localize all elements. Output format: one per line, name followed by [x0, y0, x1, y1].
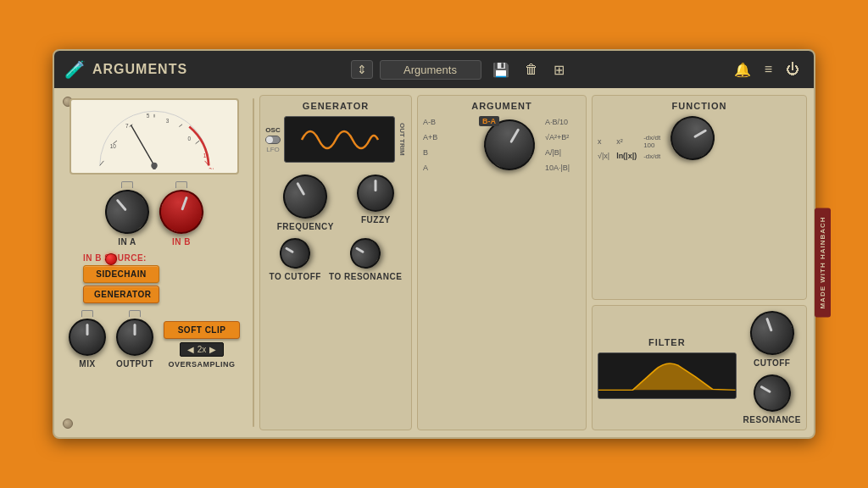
func-opt-ln[interactable]: ln(|x|): [616, 152, 637, 160]
in-b-source-label: IN B SOURCE:: [83, 253, 159, 263]
generator-knobs: FREQUENCY FUZZY: [265, 175, 406, 231]
to-resonance-knob[interactable]: [345, 232, 387, 274]
svg-text:0: 0: [187, 136, 191, 141]
svg-text:10: 10: [110, 143, 117, 149]
arg-opt-a[interactable]: A: [423, 164, 474, 172]
waveform-svg: [298, 119, 382, 161]
function-knob[interactable]: [663, 108, 723, 168]
toggle-dot: [266, 136, 273, 143]
generator-panel: GENERATOR OSC LFO: [259, 95, 412, 430]
in-a-group: IN A: [105, 181, 149, 247]
svg-line-4: [179, 125, 182, 127]
oversampling-display[interactable]: ◀ 2x ▶: [180, 342, 225, 357]
output-label: OUTPUT: [116, 359, 153, 369]
svg-line-15: [131, 125, 154, 166]
output-group: OUTPUT: [116, 310, 153, 369]
app-title: ARGUMENTS: [92, 62, 187, 77]
preset-arrows-button[interactable]: ⇕: [351, 60, 373, 79]
frequency-group: FREQUENCY: [277, 175, 334, 231]
arg-opt-apb[interactable]: A+B: [423, 133, 474, 141]
resonance-knob[interactable]: [747, 368, 798, 419]
soft-clip-button[interactable]: SOFT CLIP: [164, 321, 240, 339]
flask-icon: 🧪: [64, 59, 86, 80]
argument-knob-wrapper: [484, 119, 535, 170]
osc-label: OSC: [265, 126, 280, 134]
func-opt-x[interactable]: x: [598, 137, 609, 146]
osc-lfo-toggle[interactable]: [265, 136, 281, 144]
osc-lfo-switch[interactable]: OSC LFO: [265, 126, 281, 153]
cutoff-knob[interactable]: [743, 305, 800, 362]
source-buttons: IN B SOURCE: SIDECHAIN GENERATOR: [83, 253, 159, 303]
sidechain-button[interactable]: SIDECHAIN: [83, 265, 159, 283]
filter-knobs: CUTOFF RESONANCE: [743, 311, 801, 424]
to-cutoff-knob[interactable]: [275, 232, 316, 274]
svg-text:-15: -15: [96, 169, 104, 169]
screw-bl: [63, 419, 73, 429]
save-icon[interactable]: 💾: [488, 60, 514, 80]
delete-icon[interactable]: 🗑: [520, 60, 542, 79]
resonance-label: RESONANCE: [743, 415, 801, 424]
func-opt-sqrtx[interactable]: √|x|: [598, 152, 609, 160]
mix-knob[interactable]: [69, 319, 106, 356]
lfo-label: LFO: [266, 146, 280, 153]
oversampling-value: 2x: [198, 345, 207, 354]
in-a-knob[interactable]: [96, 180, 158, 242]
arg-opt-ab[interactable]: A-B: [423, 118, 474, 126]
vu-meter-svg: -15 10 7 5 3 0 1 3+: [82, 103, 226, 169]
svg-line-0: [100, 161, 104, 166]
soft-clip-oversampling: OUTPUT: [116, 310, 153, 369]
in-b-label: IN B: [172, 237, 191, 247]
resonance-group: RESONANCE: [743, 374, 801, 424]
header-right: 🔔 ≡ ⏻: [702, 60, 804, 80]
generator-title: GENERATOR: [265, 101, 406, 111]
menu-icon[interactable]: ≡: [760, 60, 776, 79]
in-b-controls: IN B SOURCE: SIDECHAIN GENERATOR: [70, 253, 239, 303]
fuzzy-knob[interactable]: [357, 175, 394, 212]
preset-name[interactable]: Arguments: [380, 60, 481, 80]
fuzzy-group: FUZZY: [357, 175, 394, 231]
filter-display: [598, 352, 737, 399]
power-icon[interactable]: ⏻: [782, 60, 804, 79]
argument-panel: ARGUMENT A-B A·B/10 A+B √A²+B² B: [417, 95, 587, 430]
generator-source-button[interactable]: GENERATOR: [83, 286, 159, 303]
filter-panel: FILTER CUTOFF: [592, 305, 807, 430]
oversampling-arrow-left[interactable]: ◀: [187, 345, 194, 354]
oversampling-arrow-right[interactable]: ▶: [209, 345, 216, 354]
right-content: GENERATOR OSC LFO: [259, 95, 807, 430]
bell-icon[interactable]: 🔔: [730, 60, 755, 80]
arg-opt-b[interactable]: B: [423, 148, 474, 157]
oversampling-label: OVERSAMPLING: [169, 360, 236, 369]
frequency-label: FREQUENCY: [277, 222, 334, 231]
header-center: ⇕ Arguments 💾 🗑 ⊞: [225, 60, 693, 80]
left-panel: -15 10 7 5 3 0 1 3+: [61, 95, 248, 430]
main-knobs-row: IN A IN B: [70, 181, 239, 247]
grid-icon[interactable]: ⊞: [549, 60, 569, 80]
bottom-knobs-row: MIX OUTPUT SOFT CLIP ◀ 2x ▶: [70, 310, 239, 369]
generator-mod-knobs: TO CUTOFF TO RESONANCE: [265, 238, 406, 281]
header: 🧪 ARGUMENTS ⇕ Arguments 💾 🗑 ⊞ 🔔 ≡ ⏻: [54, 51, 814, 88]
to-resonance-group: TO RESONANCE: [329, 238, 402, 281]
out-trim-label: OUT TRIM: [398, 123, 406, 156]
in-b-knob[interactable]: [153, 184, 210, 241]
func-opt-dxdt1[interactable]: -dx/dt100: [643, 134, 660, 149]
func-opt-x2[interactable]: x²: [616, 137, 637, 146]
mix-group: MIX: [69, 310, 106, 369]
made-with-label: MADE WITH HAINBACH: [815, 208, 831, 317]
waveform-display: [284, 116, 395, 163]
argument-title: ARGUMENT: [423, 101, 581, 111]
filter-content: FILTER: [598, 337, 737, 399]
to-cutoff-label: TO CUTOFF: [270, 272, 321, 281]
func-opt-dxdt2[interactable]: -dx/dt: [643, 152, 660, 160]
arg-opt-ba[interactable]: B-A: [479, 116, 499, 126]
red-led: [105, 253, 117, 265]
right-controls: SOFT CLIP ◀ 2x ▶ OVERSAMPLING: [164, 321, 240, 369]
to-resonance-label: TO RESONANCE: [329, 272, 402, 281]
cutoff-label: CUTOFF: [754, 358, 790, 368]
frequency-knob[interactable]: [275, 166, 336, 226]
svg-text:7: 7: [125, 123, 129, 129]
output-knob[interactable]: [116, 319, 153, 356]
left-separator: [253, 98, 254, 427]
filter-curve-svg: [598, 353, 736, 398]
function-knob-group: [670, 116, 715, 160]
in-b-group: IN B: [159, 181, 203, 247]
